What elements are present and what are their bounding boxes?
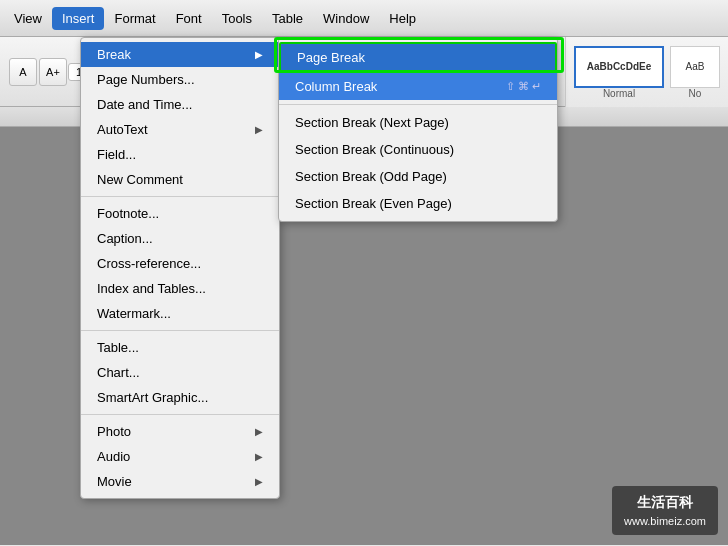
break-separator [279,104,557,105]
menu-help[interactable]: Help [379,7,426,30]
insert-menu-dropdown: Break ▶ Page Numbers... Date and Time...… [80,37,280,499]
photo-arrow: ▶ [255,426,263,437]
movie-arrow: ▶ [255,476,263,487]
break-column-break[interactable]: Column Break ⇧ ⌘ ↵ [279,73,557,100]
style-2-preview: AaB [670,46,720,88]
insert-menu-footnote[interactable]: Footnote... [81,201,279,226]
toolbar-btn-2[interactable]: A+ [39,58,67,86]
insert-menu-field[interactable]: Field... [81,142,279,167]
insert-menu-index[interactable]: Index and Tables... [81,276,279,301]
insert-menu-photo[interactable]: Photo ▶ [81,419,279,444]
audio-arrow: ▶ [255,451,263,462]
break-submenu-dropdown: Page Break Column Break ⇧ ⌘ ↵ Section Br… [278,37,558,222]
insert-menu-cross-ref[interactable]: Cross-reference... [81,251,279,276]
autotext-arrow: ▶ [255,124,263,135]
watermark-line1: 生活百科 [624,492,706,513]
insert-menu-new-comment[interactable]: New Comment [81,167,279,192]
styles-area: AaBbCcDdEe Normal AaB No [565,37,728,107]
insert-menu-caption[interactable]: Caption... [81,226,279,251]
style-2-name: No [689,88,702,99]
insert-menu-page-numbers[interactable]: Page Numbers... [81,67,279,92]
separator-3 [81,414,279,415]
insert-menu-audio[interactable]: Audio ▶ [81,444,279,469]
style-2[interactable]: AaB No [670,46,720,99]
separator-2 [81,330,279,331]
style-normal-preview: AaBbCcDdEe [574,46,664,88]
break-section-next[interactable]: Section Break (Next Page) [279,109,557,136]
column-break-shortcut: ⇧ ⌘ ↵ [506,80,541,93]
separator-1 [81,196,279,197]
break-section-even[interactable]: Section Break (Even Page) [279,190,557,217]
insert-menu-autotext[interactable]: AutoText ▶ [81,117,279,142]
break-section-continuous[interactable]: Section Break (Continuous) [279,136,557,163]
insert-menu-break[interactable]: Break ▶ [81,42,279,67]
menu-tools[interactable]: Tools [212,7,262,30]
break-submenu-arrow: ▶ [255,49,263,60]
insert-menu-movie[interactable]: Movie ▶ [81,469,279,494]
insert-menu-date-time[interactable]: Date and Time... [81,92,279,117]
menu-view[interactable]: View [4,7,52,30]
menu-table[interactable]: Table [262,7,313,30]
toolbar-btn-1[interactable]: A [9,58,37,86]
menu-window[interactable]: Window [313,7,379,30]
menubar: View Insert Format Font Tools Table Wind… [0,0,728,37]
break-section-odd[interactable]: Section Break (Odd Page) [279,163,557,190]
style-normal-name: Normal [603,88,635,99]
style-normal[interactable]: AaBbCcDdEe Normal [574,46,664,99]
menu-font[interactable]: Font [166,7,212,30]
menu-insert[interactable]: Insert [52,7,105,30]
insert-menu-table[interactable]: Table... [81,335,279,360]
insert-menu-watermark[interactable]: Watermark... [81,301,279,326]
watermark-line2: www.bimeiz.com [624,513,706,530]
insert-menu-chart[interactable]: Chart... [81,360,279,385]
break-page-break[interactable]: Page Break [279,42,557,73]
menu-format[interactable]: Format [104,7,165,30]
watermark: 生活百科 www.bimeiz.com [612,486,718,536]
insert-menu-smartart[interactable]: SmartArt Graphic... [81,385,279,410]
